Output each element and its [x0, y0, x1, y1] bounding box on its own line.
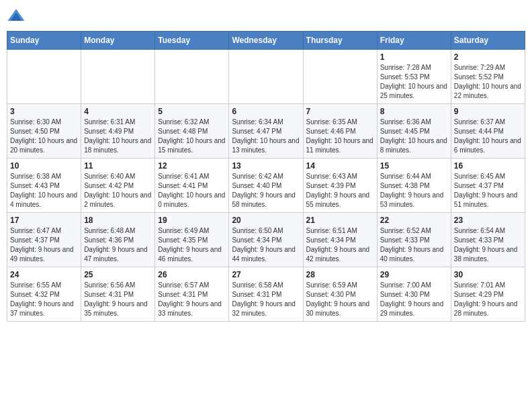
day-number: 2: [454, 52, 522, 62]
calendar-cell-w5-d5: 28Sunrise: 6:59 AM Sunset: 4:30 PM Dayli…: [303, 267, 377, 322]
day-number: 9: [454, 107, 522, 116]
calendar-cell-w5-d6: 29Sunrise: 7:00 AM Sunset: 4:30 PM Dayli…: [377, 267, 451, 322]
day-number: 10: [10, 161, 78, 171]
day-number: 22: [380, 216, 448, 225]
calendar-cell-w1-d4: [229, 50, 303, 104]
day-number: 4: [84, 107, 152, 116]
day-info: Sunrise: 6:50 AM Sunset: 4:34 PM Dayligh…: [232, 226, 300, 264]
calendar-cell-w4-d3: 19Sunrise: 6:49 AM Sunset: 4:35 PM Dayli…: [155, 213, 229, 267]
day-number: 30: [454, 270, 522, 279]
day-number: 3: [10, 107, 78, 116]
col-monday: Monday: [81, 32, 155, 50]
calendar-cell-w1-d3: [155, 50, 229, 104]
day-info: Sunrise: 6:40 AM Sunset: 4:42 PM Dayligh…: [84, 172, 152, 210]
day-info: Sunrise: 6:38 AM Sunset: 4:43 PM Dayligh…: [10, 172, 78, 210]
calendar-cell-w3-d7: 16Sunrise: 6:45 AM Sunset: 4:37 PM Dayli…: [451, 158, 525, 213]
week-row-1: 1Sunrise: 7:28 AM Sunset: 5:53 PM Daylig…: [7, 50, 525, 104]
day-info: Sunrise: 6:58 AM Sunset: 4:31 PM Dayligh…: [232, 281, 300, 318]
day-info: Sunrise: 6:54 AM Sunset: 4:33 PM Dayligh…: [454, 226, 522, 264]
calendar-cell-w5-d1: 24Sunrise: 6:55 AM Sunset: 4:32 PM Dayli…: [7, 267, 81, 322]
calendar-cell-w2-d3: 5Sunrise: 6:32 AM Sunset: 4:48 PM Daylig…: [155, 104, 229, 158]
calendar-cell-w4-d2: 18Sunrise: 6:48 AM Sunset: 4:36 PM Dayli…: [81, 213, 155, 267]
day-number: 25: [84, 270, 152, 279]
calendar-cell-w4-d5: 21Sunrise: 6:51 AM Sunset: 4:34 PM Dayli…: [303, 213, 377, 267]
calendar-cell-w5-d2: 25Sunrise: 6:56 AM Sunset: 4:31 PM Dayli…: [81, 267, 155, 322]
day-info: Sunrise: 6:45 AM Sunset: 4:37 PM Dayligh…: [454, 172, 522, 210]
day-number: 5: [158, 107, 226, 116]
day-number: 16: [454, 161, 522, 171]
day-info: Sunrise: 6:55 AM Sunset: 4:32 PM Dayligh…: [10, 281, 78, 318]
calendar-cell-w4-d1: 17Sunrise: 6:47 AM Sunset: 4:37 PM Dayli…: [7, 213, 81, 267]
day-number: 13: [232, 161, 300, 171]
day-info: Sunrise: 6:44 AM Sunset: 4:38 PM Dayligh…: [380, 172, 448, 210]
calendar-cell-w3-d5: 14Sunrise: 6:43 AM Sunset: 4:39 PM Dayli…: [303, 158, 377, 213]
calendar-cell-w4-d4: 20Sunrise: 6:50 AM Sunset: 4:34 PM Dayli…: [229, 213, 303, 267]
day-info: Sunrise: 6:51 AM Sunset: 4:34 PM Dayligh…: [306, 226, 374, 264]
day-info: Sunrise: 6:59 AM Sunset: 4:30 PM Dayligh…: [306, 281, 374, 318]
header-row: Sunday Monday Tuesday Wednesday Thursday…: [7, 32, 525, 50]
calendar-header: Sunday Monday Tuesday Wednesday Thursday…: [7, 32, 525, 50]
day-info: Sunrise: 7:28 AM Sunset: 5:53 PM Dayligh…: [380, 63, 448, 101]
calendar-cell-w3-d4: 13Sunrise: 6:42 AM Sunset: 4:40 PM Dayli…: [229, 158, 303, 213]
day-number: 27: [232, 270, 300, 279]
calendar-cell-w2-d1: 3Sunrise: 6:30 AM Sunset: 4:50 PM Daylig…: [7, 104, 81, 158]
day-info: Sunrise: 6:35 AM Sunset: 4:46 PM Dayligh…: [306, 118, 374, 155]
day-info: Sunrise: 6:34 AM Sunset: 4:47 PM Dayligh…: [232, 118, 300, 155]
calendar-cell-w3-d1: 10Sunrise: 6:38 AM Sunset: 4:43 PM Dayli…: [7, 158, 81, 213]
calendar-cell-w1-d1: [7, 50, 81, 104]
day-info: Sunrise: 6:43 AM Sunset: 4:39 PM Dayligh…: [306, 172, 374, 210]
day-info: Sunrise: 6:56 AM Sunset: 4:31 PM Dayligh…: [84, 281, 152, 318]
day-info: Sunrise: 6:57 AM Sunset: 4:31 PM Dayligh…: [158, 281, 226, 318]
calendar-cell-w1-d5: [303, 50, 377, 104]
col-thursday: Thursday: [303, 32, 377, 50]
week-row-5: 24Sunrise: 6:55 AM Sunset: 4:32 PM Dayli…: [7, 267, 525, 322]
col-sunday: Sunday: [7, 32, 81, 50]
col-saturday: Saturday: [451, 32, 525, 50]
day-info: Sunrise: 6:37 AM Sunset: 4:44 PM Dayligh…: [454, 118, 522, 155]
calendar-cell-w2-d4: 6Sunrise: 6:34 AM Sunset: 4:47 PM Daylig…: [229, 104, 303, 158]
day-number: 20: [232, 216, 300, 225]
calendar-cell-w3-d2: 11Sunrise: 6:40 AM Sunset: 4:42 PM Dayli…: [81, 158, 155, 213]
day-number: 18: [84, 216, 152, 225]
day-info: Sunrise: 6:36 AM Sunset: 4:45 PM Dayligh…: [380, 118, 448, 155]
calendar-cell-w5-d3: 26Sunrise: 6:57 AM Sunset: 4:31 PM Dayli…: [155, 267, 229, 322]
day-number: 12: [158, 161, 226, 171]
day-info: Sunrise: 6:49 AM Sunset: 4:35 PM Dayligh…: [158, 226, 226, 264]
week-row-2: 3Sunrise: 6:30 AM Sunset: 4:50 PM Daylig…: [7, 104, 525, 158]
calendar-cell-w3-d3: 12Sunrise: 6:41 AM Sunset: 4:41 PM Dayli…: [155, 158, 229, 213]
day-info: Sunrise: 6:48 AM Sunset: 4:36 PM Dayligh…: [84, 226, 152, 264]
calendar-cell-w5-d4: 27Sunrise: 6:58 AM Sunset: 4:31 PM Dayli…: [229, 267, 303, 322]
logo: [7, 7, 28, 26]
calendar-cell-w2-d2: 4Sunrise: 6:31 AM Sunset: 4:49 PM Daylig…: [81, 104, 155, 158]
col-tuesday: Tuesday: [155, 32, 229, 50]
day-info: Sunrise: 7:29 AM Sunset: 5:52 PM Dayligh…: [454, 63, 522, 101]
day-info: Sunrise: 7:00 AM Sunset: 4:30 PM Dayligh…: [380, 281, 448, 318]
week-row-3: 10Sunrise: 6:38 AM Sunset: 4:43 PM Dayli…: [7, 158, 525, 213]
page-header: [7, 7, 525, 26]
calendar-cell-w2-d7: 9Sunrise: 6:37 AM Sunset: 4:44 PM Daylig…: [451, 104, 525, 158]
day-info: Sunrise: 7:01 AM Sunset: 4:29 PM Dayligh…: [454, 281, 522, 318]
calendar-cell-w2-d5: 7Sunrise: 6:35 AM Sunset: 4:46 PM Daylig…: [303, 104, 377, 158]
calendar-cell-w5-d7: 30Sunrise: 7:01 AM Sunset: 4:29 PM Dayli…: [451, 267, 525, 322]
day-info: Sunrise: 6:30 AM Sunset: 4:50 PM Dayligh…: [10, 118, 78, 155]
day-info: Sunrise: 6:42 AM Sunset: 4:40 PM Dayligh…: [232, 172, 300, 210]
day-info: Sunrise: 6:47 AM Sunset: 4:37 PM Dayligh…: [10, 226, 78, 264]
day-number: 19: [158, 216, 226, 225]
day-number: 29: [380, 270, 448, 279]
day-number: 14: [306, 161, 374, 171]
day-number: 23: [454, 216, 522, 225]
day-info: Sunrise: 6:31 AM Sunset: 4:49 PM Dayligh…: [84, 118, 152, 155]
day-number: 26: [158, 270, 226, 279]
day-info: Sunrise: 6:41 AM Sunset: 4:41 PM Dayligh…: [158, 172, 226, 210]
day-number: 28: [306, 270, 374, 279]
calendar-cell-w2-d6: 8Sunrise: 6:36 AM Sunset: 4:45 PM Daylig…: [377, 104, 451, 158]
day-info: Sunrise: 6:32 AM Sunset: 4:48 PM Dayligh…: [158, 118, 226, 155]
calendar-cell-w1-d2: [81, 50, 155, 104]
calendar-cell-w1-d7: 2Sunrise: 7:29 AM Sunset: 5:52 PM Daylig…: [451, 50, 525, 104]
calendar-cell-w4-d6: 22Sunrise: 6:52 AM Sunset: 4:33 PM Dayli…: [377, 213, 451, 267]
calendar-cell-w3-d6: 15Sunrise: 6:44 AM Sunset: 4:38 PM Dayli…: [377, 158, 451, 213]
calendar-table: Sunday Monday Tuesday Wednesday Thursday…: [7, 31, 525, 322]
calendar-cell-w1-d6: 1Sunrise: 7:28 AM Sunset: 5:53 PM Daylig…: [377, 50, 451, 104]
col-friday: Friday: [377, 32, 451, 50]
day-number: 11: [84, 161, 152, 171]
